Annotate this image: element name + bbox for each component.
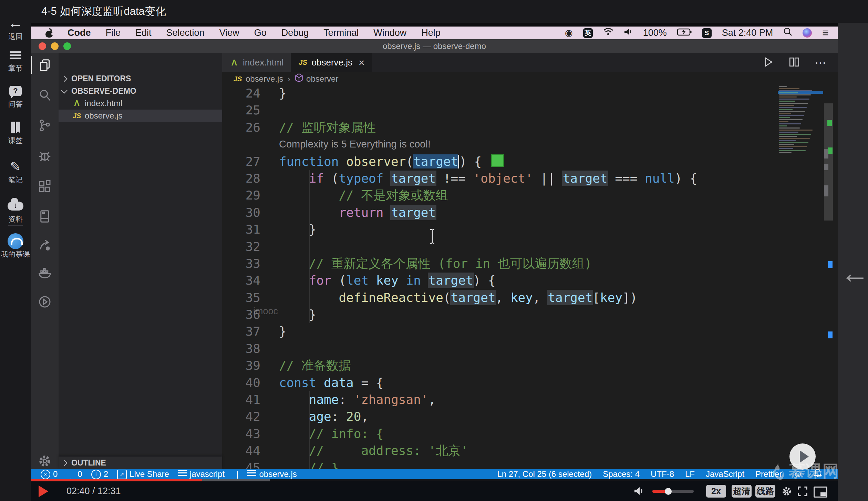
sidebar-item-note[interactable]: ✎笔记: [0, 159, 31, 185]
video-seekbar[interactable]: [31, 479, 838, 481]
breadcrumb-symbol[interactable]: observer: [306, 74, 338, 84]
collapse-panel-arrow-icon[interactable]: ←: [840, 258, 865, 287]
code-token: for: [309, 273, 331, 287]
settings-gear-icon[interactable]: [31, 453, 59, 469]
ruler-mark: [828, 261, 833, 268]
volume-slider[interactable]: [652, 490, 694, 493]
siri-icon[interactable]: [803, 28, 812, 38]
docker-view-icon[interactable]: [31, 264, 59, 281]
tab-observe.js[interactable]: JSobserve.js×: [291, 53, 372, 72]
back-button[interactable]: ← 返回: [0, 15, 31, 41]
apple-logo-icon[interactable]: [45, 29, 53, 38]
line-number: 42: [222, 408, 260, 425]
code-token: ,: [533, 290, 548, 305]
breadcrumb-file[interactable]: observe.js: [246, 74, 283, 84]
status-ln-27-col-25-6-selected-[interactable]: Ln 27, Col 25 (6 selected): [497, 469, 592, 479]
status-label: Spaces: 4: [603, 469, 640, 479]
warning-icon: !: [66, 469, 75, 479]
error-icon: ×: [41, 469, 50, 479]
player-settings-gear-icon[interactable]: [781, 486, 792, 498]
fullscreen-icon[interactable]: [797, 486, 808, 498]
menu-item-go[interactable]: Go: [254, 28, 267, 38]
volume-icon[interactable]: [634, 486, 644, 497]
menubar-clock[interactable]: Sat 2:40 PM: [722, 28, 773, 38]
code-token: in: [406, 273, 421, 287]
source-control-icon[interactable]: [31, 117, 59, 134]
wifi-icon[interactable]: [603, 28, 613, 38]
pip-icon[interactable]: [814, 487, 827, 498]
close-tab-icon[interactable]: ×: [359, 57, 365, 69]
ruler-mark: [828, 331, 833, 338]
open-editors-section[interactable]: OPEN EDITORS: [59, 72, 222, 85]
sidebar-item-bookmark[interactable]: 课签: [0, 120, 31, 145]
file-item-index.html[interactable]: Λindex.html: [59, 97, 222, 110]
minimap-line: [779, 127, 800, 129]
chevron-right-icon: [61, 75, 67, 82]
notebook-view-icon[interactable]: [31, 208, 59, 225]
status-list[interactable]: observe.js: [247, 469, 297, 479]
volume-menu-icon[interactable]: [624, 28, 633, 38]
screen-record-icon[interactable]: ◉: [565, 28, 573, 38]
code-token: target: [413, 154, 458, 168]
menu-item-terminal[interactable]: Terminal: [323, 28, 359, 38]
run-file-icon[interactable]: [762, 56, 774, 69]
spotlight-search-icon[interactable]: [783, 27, 792, 39]
status-lf[interactable]: LF: [685, 469, 695, 479]
minimap-line: [779, 132, 798, 133]
status-error[interactable]: ×0: [41, 469, 58, 479]
run-view-icon[interactable]: [31, 294, 59, 310]
menu-item-window[interactable]: Window: [373, 28, 406, 38]
minimap[interactable]: [778, 85, 823, 156]
floating-play-button[interactable]: [789, 443, 816, 470]
speed-button[interactable]: 2x: [706, 485, 726, 498]
code-line: 41 name: 'zhangsan',: [222, 391, 838, 408]
status-javascript[interactable]: JavaScript: [706, 469, 744, 479]
line-number: 30: [222, 204, 260, 221]
search-view-icon[interactable]: [31, 87, 59, 103]
volume-knob[interactable]: [665, 488, 672, 495]
status-none[interactable]: |: [234, 469, 238, 479]
minimap-line: [779, 113, 791, 114]
status-info[interactable]: i2: [91, 469, 108, 479]
html-file-icon: Λ: [229, 58, 239, 68]
menu-item-file[interactable]: File: [106, 28, 121, 38]
status-spaces-4[interactable]: Spaces: 4: [603, 469, 640, 479]
project-section[interactable]: OBSERVE-DEMO: [59, 85, 222, 97]
file-item-observe.js[interactable]: JSobserve.js: [59, 110, 222, 122]
app-s-badge[interactable]: S: [702, 28, 712, 38]
status-warning[interactable]: !0: [66, 469, 82, 479]
menu-item-help[interactable]: Help: [421, 28, 441, 38]
menu-item-selection[interactable]: Selection: [166, 28, 205, 38]
share-view-icon[interactable]: [31, 237, 59, 253]
quality-button[interactable]: 超清: [732, 485, 752, 498]
status-label: javascript: [190, 469, 225, 479]
input-method-badge[interactable]: 英: [583, 28, 593, 38]
menu-item-debug[interactable]: Debug: [281, 28, 309, 38]
sidebar-item-material[interactable]: ↓资料: [0, 198, 31, 224]
tab-index.html[interactable]: Λindex.html: [222, 53, 291, 72]
menu-item-edit[interactable]: Edit: [135, 28, 152, 38]
debug-view-icon[interactable]: [31, 147, 59, 164]
notification-center-icon[interactable]: ≡: [822, 27, 829, 39]
sidebar-item-qa[interactable]: ?问答: [0, 83, 31, 109]
code-editor[interactable]: 24}2526// 监听对象属性Complexity is 5 Everythi…: [222, 86, 838, 469]
play-button[interactable]: [39, 485, 48, 497]
code-token: :: [331, 409, 346, 423]
line-button[interactable]: 线路: [755, 485, 775, 498]
line-number: 25: [222, 102, 260, 119]
explorer-view-icon[interactable]: [31, 57, 59, 74]
imooc-avatar-icon: [0, 234, 31, 249]
extensions-view-icon[interactable]: [31, 178, 59, 195]
status-list[interactable]: javascript: [178, 469, 225, 479]
sidebar-item-chapters[interactable]: 章节: [0, 48, 31, 73]
status-liveshare[interactable]: ↗Live Share: [117, 469, 169, 479]
outline-section[interactable]: OUTLINE: [59, 457, 222, 469]
more-actions-icon[interactable]: ⋯: [815, 59, 827, 66]
menu-item-code[interactable]: Code: [68, 28, 91, 38]
line-number: 41: [222, 391, 260, 408]
sidebar-item-imooc-avatar[interactable]: 我的慕课: [0, 234, 31, 259]
status-utf-8[interactable]: UTF-8: [651, 469, 674, 479]
minimap-line: [779, 134, 811, 135]
split-editor-icon[interactable]: [788, 56, 800, 69]
menu-item-view[interactable]: View: [219, 28, 239, 38]
